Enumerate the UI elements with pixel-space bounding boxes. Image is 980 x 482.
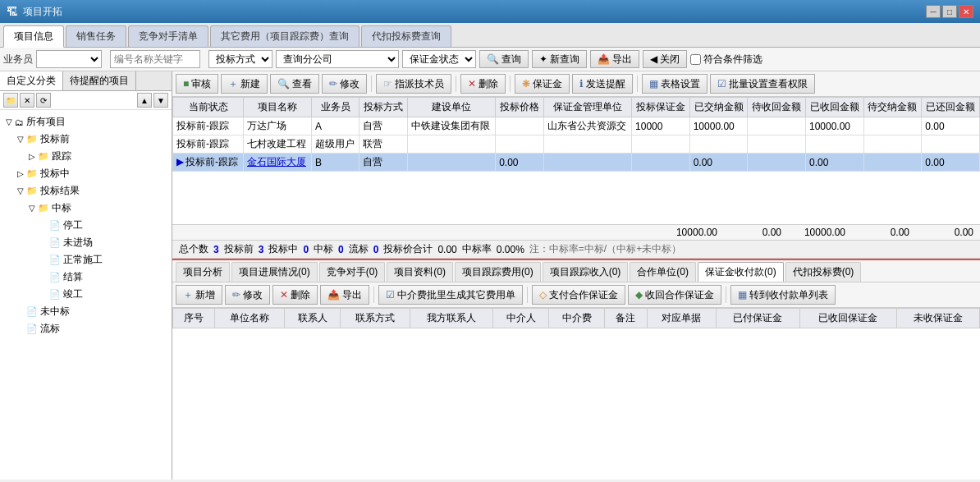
th-pending-recovery: 待收回金额 xyxy=(748,98,806,117)
batch-generate-button[interactable]: ☑ 中介费批里生成其它费用单 xyxy=(378,285,523,305)
edit-button[interactable]: ✏ 修改 xyxy=(322,74,367,94)
new-button[interactable]: ＋ 新建 xyxy=(221,74,268,94)
tree-node-bidding[interactable]: ▷ 📁 投标中 xyxy=(3,165,168,182)
export-icon: 📤 xyxy=(598,53,610,65)
left-panel-toolbar: 📁 ✕ ⟳ ▲ ▼ xyxy=(0,91,172,110)
send-remind-button[interactable]: ℹ 发送提醒 xyxy=(572,74,633,94)
bth-intermediary: 中介人 xyxy=(493,309,549,328)
bid-price-sum-label: 投标价合计 xyxy=(383,242,433,256)
th-bid-price: 投标价格 xyxy=(496,98,543,117)
doc-icon-not-won: 📄 xyxy=(26,306,38,317)
assign-tech-button[interactable]: ☞ 指派技术员 xyxy=(376,74,451,94)
filter-checkbox[interactable] xyxy=(690,54,701,65)
tree-node-all-projects[interactable]: ▽ 🗂 所有项目 xyxy=(3,113,168,131)
salesperson-select[interactable] xyxy=(36,50,102,68)
bottom-tab-project-progress[interactable]: 项目进展情况(0) xyxy=(231,262,318,282)
table-row[interactable]: ▶投标前-跟踪金石国际大厦B自营0.000.000.000.00 xyxy=(173,154,980,172)
tab-deduct-fee[interactable]: 代扣投标费查询 xyxy=(361,25,451,47)
tab-other-cost[interactable]: 其它费用（项目跟踪费）查询 xyxy=(210,25,359,47)
th-builder: 建设单位 xyxy=(407,98,496,117)
left-toolbar-delete-btn[interactable]: ✕ xyxy=(20,93,34,108)
close-toolbar-button[interactable]: ◀ 关闭 xyxy=(643,50,687,68)
table-cell xyxy=(748,135,806,154)
bottom-tab-deduct-bid-fee[interactable]: 代扣投标费(0) xyxy=(785,262,862,282)
left-toolbar-up-btn[interactable]: ▲ xyxy=(137,93,152,108)
maximize-button[interactable]: □ xyxy=(942,5,957,18)
tree-node-not-entered[interactable]: 📄 未进场 xyxy=(3,234,168,251)
note-text: 注：中标率=中标/（中标+未中标） xyxy=(529,242,681,256)
tree-node-bid-result[interactable]: ▽ 📁 投标结果 xyxy=(3,182,168,200)
keyword-input[interactable] xyxy=(110,50,200,68)
bottom-table-container[interactable]: 序号 单位名称 联系人 联系方式 我方联系人 中介人 中介费 备注 对应单据 已… xyxy=(172,308,980,365)
filter-checkbox-label[interactable]: 符合条件筛选 xyxy=(690,53,762,67)
table-cell xyxy=(407,154,496,172)
table-settings-button[interactable]: ▦ 表格设置 xyxy=(642,74,708,94)
table-cell xyxy=(543,135,632,154)
table-cell: 联营 xyxy=(359,135,407,154)
new-query-button[interactable]: ✦ 新查询 xyxy=(532,50,587,68)
tree-toggle-bid-result[interactable]: ▽ xyxy=(15,186,26,195)
bottom-tab-tracking-income[interactable]: 项目跟踪收入(0) xyxy=(543,262,629,282)
tree-node-not-won[interactable]: 📄 未中标 xyxy=(3,303,168,320)
pay-guarantee-button[interactable]: ◇ 支付合作保证金 xyxy=(532,285,625,305)
table-cell: 0.00 xyxy=(689,154,748,172)
table-cell: B xyxy=(311,154,359,172)
tree-node-settlement[interactable]: 📄 结算 xyxy=(3,269,168,286)
bottom-tab-competitors[interactable]: 竞争对手(0) xyxy=(319,262,386,282)
tree-toggle-bidding[interactable]: ▷ xyxy=(15,169,26,178)
data-table-container[interactable]: 当前状态 项目名称 业务员 投标方式 建设单位 投标价格 保证金管理单位 投标保… xyxy=(172,97,980,224)
close-button[interactable]: ✕ xyxy=(959,5,973,18)
tree-node-normal-work[interactable]: 📄 正常施工 xyxy=(3,251,168,269)
tree-node-lost[interactable]: 📄 流标 xyxy=(3,320,168,337)
tree-toggle-pre-bid[interactable]: ▽ xyxy=(15,135,26,144)
table-cell xyxy=(496,135,543,154)
batch-settings-button[interactable]: ☑ 批量设置查看权限 xyxy=(710,74,815,94)
bottom-add-button[interactable]: ＋ 新增 xyxy=(176,285,222,305)
tab-competitor[interactable]: 竞争对手清单 xyxy=(128,25,208,47)
tree-toggle-all[interactable]: ▽ xyxy=(3,117,15,126)
toolbar-separator-1 xyxy=(371,76,372,92)
guarantee-status-select[interactable]: 保证金状态 xyxy=(402,50,476,68)
bottom-tab-project-data[interactable]: 项目资料(0) xyxy=(387,262,453,282)
tree-toggle-tracking[interactable]: ▷ xyxy=(26,152,38,161)
bottom-tab-project-analysis[interactable]: 项目分析 xyxy=(176,262,230,282)
table-row[interactable]: 投标前-跟踪万达广场A自营中铁建设集团有限山东省公共资源交1000010000.… xyxy=(173,117,980,135)
toolbar-separator-3 xyxy=(510,76,511,92)
guarantee-button[interactable]: ❋ 保证金 xyxy=(515,74,570,94)
left-toolbar-folder-btn[interactable]: 📁 xyxy=(3,93,18,108)
bottom-delete-button[interactable]: ✕ 删除 xyxy=(272,285,318,305)
tab-project-info[interactable]: 项目信息 xyxy=(3,25,64,48)
minimize-button[interactable]: ─ xyxy=(926,5,941,18)
tree-node-pre-bid[interactable]: ▽ 📁 投标前 xyxy=(3,131,168,148)
bottom-tab-guarantee-payment[interactable]: 保证金收付款(0) xyxy=(698,262,784,282)
export-button[interactable]: 📤 导出 xyxy=(590,50,639,68)
left-toolbar-down-btn[interactable]: ▼ xyxy=(153,93,168,108)
table-row[interactable]: 投标前-跟踪七村改建工程超级用户联营 xyxy=(173,135,980,154)
bottom-edit-button[interactable]: ✏ 修改 xyxy=(225,285,270,305)
tree-node-stopped[interactable]: 📄 停工 xyxy=(3,217,168,234)
left-tab-bar: 自定义分类 待提醒的项目 xyxy=(0,71,172,91)
view-button[interactable]: 🔍 查看 xyxy=(270,74,319,94)
bottom-tab-partner-unit[interactable]: 合作单位(0) xyxy=(630,262,696,282)
action-toolbar: ■ 审核 ＋ 新建 🔍 查看 ✏ 修改 ☞ 指派技术员 ✕ xyxy=(172,71,980,97)
bottom-export-button[interactable]: 📤 导出 xyxy=(320,285,369,305)
tree-node-won[interactable]: ▽ 📁 中标 xyxy=(3,200,168,217)
left-tab-reminder[interactable]: 待提醒的项目 xyxy=(63,71,136,90)
bottom-tab-tracking-cost[interactable]: 项目跟踪费用(0) xyxy=(455,262,541,282)
table-cell: 投标前-跟踪 xyxy=(173,135,244,154)
tree-node-completed[interactable]: 📄 竣工 xyxy=(3,286,168,303)
bth-unpaid-guarantee: 未收保证金 xyxy=(896,309,979,328)
tree-node-tracking[interactable]: ▷ 📁 跟踪 xyxy=(3,148,168,165)
recover-guarantee-button[interactable]: ◆ 收回合作保证金 xyxy=(628,285,721,305)
left-tab-custom[interactable]: 自定义分类 xyxy=(0,71,63,90)
tab-sales-task[interactable]: 销售任务 xyxy=(66,25,126,47)
query-button[interactable]: 🔍 查询 xyxy=(479,50,529,68)
transfer-list-button[interactable]: ▦ 转到收付款单列表 xyxy=(730,285,836,305)
bid-method-select[interactable]: 投标方式 xyxy=(208,50,272,68)
doc-icon-normal-work: 📄 xyxy=(49,255,61,265)
tree-toggle-won[interactable]: ▽ xyxy=(26,204,38,213)
delete-button[interactable]: ✕ 删除 xyxy=(460,74,506,94)
left-toolbar-refresh-btn[interactable]: ⟳ xyxy=(36,93,51,108)
audit-button[interactable]: ■ 审核 xyxy=(176,74,218,94)
query-branch-select[interactable]: 查询分公司 xyxy=(276,50,399,68)
